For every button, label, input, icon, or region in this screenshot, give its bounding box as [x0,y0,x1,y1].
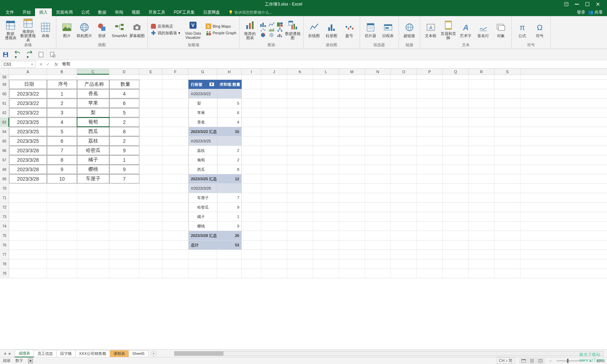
cell[interactable] [77,184,109,193]
cell[interactable] [313,155,339,164]
cell[interactable] [261,240,287,250]
cell[interactable] [469,80,495,89]
cell[interactable] [365,127,391,136]
cell[interactable] [469,146,495,155]
cell[interactable]: 2 [109,118,139,127]
cell[interactable] [77,75,109,79]
cell[interactable] [261,269,287,278]
pie-chart-icon[interactable] [260,33,266,37]
equation-button[interactable]: π公式 [515,22,530,38]
cell[interactable] [139,155,163,164]
cell[interactable] [495,75,520,79]
cell[interactable] [417,136,443,146]
cell[interactable] [109,75,139,79]
cell[interactable] [242,250,261,259]
cell[interactable] [469,118,495,127]
cell[interactable] [417,80,443,89]
cell[interactable]: 9 [47,165,77,174]
cell[interactable] [139,75,163,79]
cell[interactable] [417,203,443,212]
col-N[interactable]: N [365,69,391,75]
cell[interactable] [339,174,365,183]
cell[interactable] [287,231,313,240]
visio-button[interactable]: VVisio Data Visualizer [182,20,204,40]
cell[interactable]: 香蕉 [77,89,109,98]
cell[interactable]: 8 [109,127,139,136]
sparkline-line-button[interactable]: 折线图 [306,22,322,38]
cell[interactable]: 求和项:数量 [217,80,242,89]
row-header[interactable]: 60 [0,89,9,98]
cell[interactable] [417,240,443,250]
new-icon[interactable] [39,52,43,57]
cell[interactable] [313,108,339,117]
cell[interactable] [313,165,339,174]
cell[interactable] [469,155,495,164]
cell[interactable] [163,80,188,89]
cell[interactable] [417,269,443,278]
row-header[interactable]: 71 [0,193,9,202]
view-pagebreak[interactable] [537,358,544,364]
cell[interactable] [443,89,469,98]
cell[interactable] [217,184,242,193]
cell[interactable] [365,240,391,250]
cell[interactable] [443,127,469,136]
cell[interactable]: 梨 [188,99,217,108]
myaddins-button[interactable]: 我的加载项 ▾ [151,30,180,36]
cell[interactable] [109,250,139,259]
cell[interactable] [417,146,443,155]
cell[interactable] [495,108,520,117]
cell[interactable] [242,89,261,98]
cell[interactable] [313,80,339,89]
cell[interactable] [261,118,287,127]
cell[interactable] [365,231,391,240]
cell[interactable]: 苹果 [188,108,217,117]
cell[interactable]: 5 [47,127,77,136]
cell[interactable] [139,80,163,89]
cell[interactable] [443,212,469,221]
worksheet-grid[interactable]: A B C D E F G H I J K L M N O P Q R S 58… [0,69,607,349]
tab-pagelayout[interactable]: 页面布局 [52,8,77,16]
cell[interactable]: ⊟ 2023/3/25 [188,136,217,146]
cell[interactable]: 2023/3/25 [9,127,47,136]
cell[interactable] [163,269,188,278]
cell[interactable] [139,203,163,212]
pivottable-button[interactable]: 数据 透视表 [3,20,18,40]
cell[interactable] [469,222,495,231]
cell[interactable] [391,136,417,146]
enter-formula-icon[interactable]: ✓ [46,62,50,67]
cell[interactable] [391,99,417,108]
cell[interactable]: 2 [109,136,139,146]
cell[interactable] [139,146,163,155]
cell[interactable]: 2023/3/22 [9,108,47,117]
signatureline-button[interactable]: 签名行 [476,22,491,38]
wordart-button[interactable]: A艺术字 [458,22,474,38]
pivotchart-button[interactable]: 数据透视图 [285,20,301,40]
cell[interactable]: 2023/3/28 [9,165,47,174]
col-J[interactable]: J [261,69,287,75]
cell[interactable] [365,99,391,108]
cell[interactable] [47,212,77,221]
cell[interactable] [417,127,443,136]
cell[interactable] [495,127,520,136]
cell[interactable] [77,231,109,240]
cell[interactable] [261,80,287,89]
cell[interactable] [417,108,443,117]
cell[interactable]: 4 [47,118,77,127]
row-header[interactable]: 74 [0,222,9,231]
cell[interactable] [443,193,469,202]
maximize-icon[interactable] [585,2,594,6]
timeline-button[interactable]: 日程表 [380,22,396,38]
cell[interactable] [417,89,443,98]
col-C[interactable]: C [77,69,109,75]
cell[interactable]: 5 [109,108,139,117]
cell[interactable] [495,118,520,127]
cell[interactable]: 西瓜 [188,165,217,174]
cell[interactable] [365,118,391,127]
cell[interactable] [9,240,47,250]
cell[interactable] [391,193,417,202]
cell[interactable] [443,269,469,278]
cell[interactable] [443,118,469,127]
cell[interactable] [188,259,217,268]
cell[interactable] [261,203,287,212]
cell[interactable] [469,203,495,212]
